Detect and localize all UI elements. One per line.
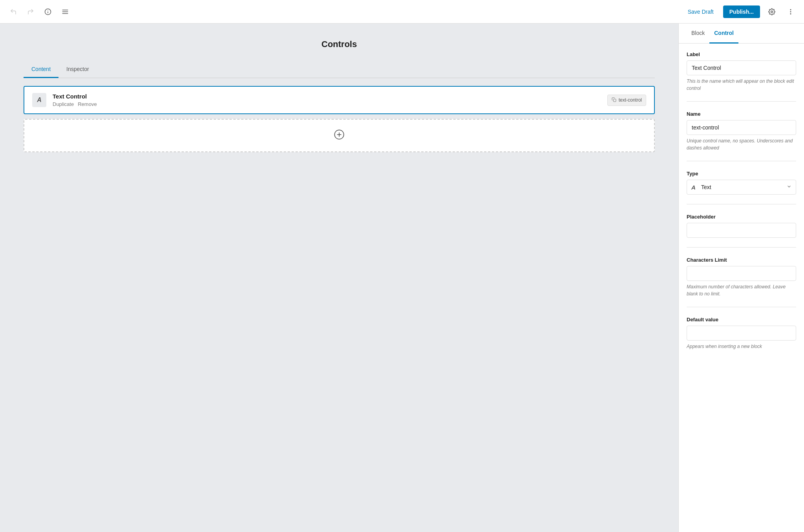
redo-button[interactable] [24,5,38,19]
control-slug-badge: text-control [607,95,646,106]
control-actions: Duplicate Remove [53,101,607,107]
settings-button[interactable] [765,5,779,19]
name-field-label: Name [687,111,796,117]
characters-limit-field-group: Characters Limit Maximum number of chara… [687,257,796,297]
label-field-input[interactable] [687,60,796,75]
type-select[interactable]: Text Textarea Number Select Checkbox [687,180,796,195]
type-select-wrapper: A Text Textarea Number Select Checkbox [687,180,796,195]
add-control-area[interactable] [24,119,655,152]
info-button[interactable] [41,5,55,19]
type-field-group: Type A Text Textarea Number Select Check… [687,171,796,195]
divider-4 [687,247,796,248]
topbar-right: Save Draft Publish... [683,5,798,19]
panel-tabs: Block Control [679,24,804,44]
app-layout: Controls Content Inspector A Text Contro… [0,24,804,532]
panel-body: Label This is the name which will appear… [679,44,804,532]
duplicate-button[interactable]: Duplicate [53,101,74,107]
label-field-group: Label This is the name which will appear… [687,51,796,92]
default-value-field-group: Default value Appears when inserting a n… [687,317,796,350]
default-value-hint: Appears when inserting a new block [687,343,796,350]
divider-5 [687,307,796,307]
default-value-field-input[interactable] [687,326,796,341]
characters-limit-hint: Maximum number of characters allowed. Le… [687,283,796,297]
svg-point-6 [771,11,773,13]
default-value-field-label: Default value [687,317,796,322]
svg-point-9 [790,13,791,14]
control-info: Text Control Duplicate Remove [53,93,607,107]
content-tabs: Content Inspector [24,61,655,78]
name-field-hint: Unique control name, no spaces. Undersco… [687,137,796,151]
add-control-icon [334,129,345,142]
label-field-label: Label [687,51,796,57]
divider-1 [687,101,796,102]
placeholder-field-group: Placeholder [687,214,796,238]
tab-content[interactable]: Content [24,61,58,78]
topbar: Save Draft Publish... [0,0,804,24]
tab-inspector[interactable]: Inspector [58,61,97,78]
control-item: A Text Control Duplicate Remove text-con… [24,86,655,114]
page-title: Controls [24,39,655,49]
more-options-button[interactable] [784,5,798,19]
control-type-icon: A [32,93,46,107]
undo-button[interactable] [6,5,20,19]
characters-limit-field-input[interactable] [687,266,796,281]
right-panel: Block Control Label This is the name whi… [678,24,804,532]
topbar-left [6,5,72,19]
characters-limit-field-label: Characters Limit [687,257,796,263]
label-field-hint: This is the name which will appear on th… [687,78,796,92]
slug-icon [612,97,616,103]
menu-button[interactable] [58,5,72,19]
panel-tab-block[interactable]: Block [687,24,709,44]
svg-rect-10 [613,99,616,102]
name-field-group: Name Unique control name, no spaces. Und… [687,111,796,151]
remove-button[interactable]: Remove [78,101,97,107]
control-name: Text Control [53,93,607,100]
divider-2 [687,161,796,161]
svg-point-8 [790,11,791,12]
panel-tab-control[interactable]: Control [709,24,738,44]
placeholder-field-label: Placeholder [687,214,796,220]
slug-text: text-control [619,97,642,103]
publish-button[interactable]: Publish... [723,5,760,18]
placeholder-field-input[interactable] [687,223,796,238]
divider-3 [687,204,796,204]
name-field-input[interactable] [687,120,796,135]
main-content: Controls Content Inspector A Text Contro… [0,24,678,532]
save-draft-button[interactable]: Save Draft [683,5,718,18]
type-field-label: Type [687,171,796,177]
svg-point-7 [790,9,791,10]
